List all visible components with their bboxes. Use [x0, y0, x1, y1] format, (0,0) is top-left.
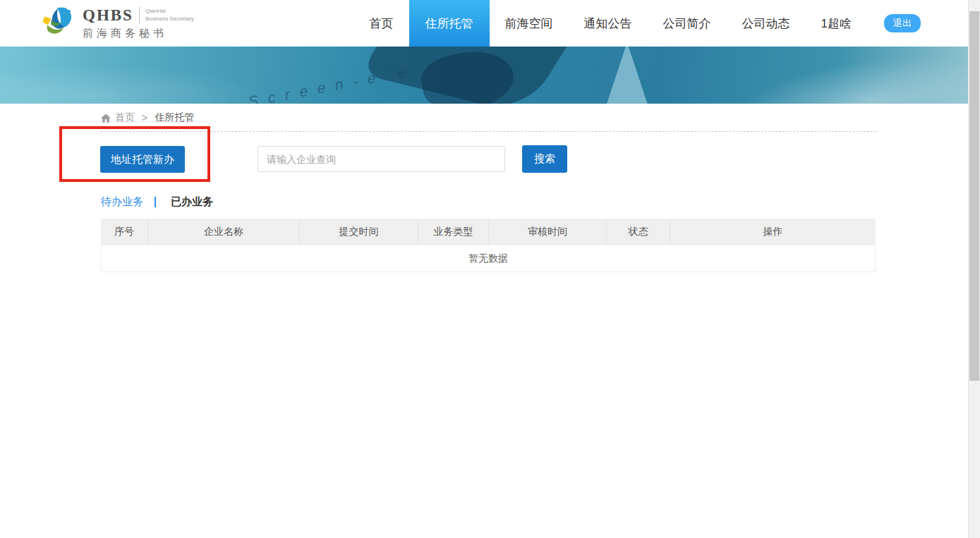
hero-banner: Screen-e'e	[0, 47, 968, 104]
logo-tagline: QianHai Business Secretary	[145, 8, 194, 23]
main-nav: 首页 住所托管 前海空间 通知公告 公司简介 公司动态 1超啥 退出	[354, 0, 960, 47]
new-address-trusteeship-button[interactable]: 地址托管新办	[100, 146, 185, 173]
top-navbar: QHBS QianHai Business Secretary 前海商务秘书 首…	[0, 0, 968, 47]
logout-button[interactable]: 退出	[884, 14, 921, 32]
breadcrumb: 首页 > 住所托管	[101, 111, 194, 124]
column-header-index: 序号	[101, 219, 148, 245]
breadcrumb-home-link[interactable]: 首页	[101, 111, 135, 124]
logo-divider	[139, 7, 140, 24]
banner-tablet-shape	[590, 47, 667, 104]
site-logo[interactable]: QHBS QianHai Business Secretary 前海商务秘书	[39, 6, 194, 40]
nav-item-company-profile[interactable]: 公司简介	[648, 0, 727, 47]
table-header-row: 序号 企业名称 提交时间 业务类型 审核时间 状态 操作	[101, 219, 876, 245]
column-header-company-name: 企业名称	[148, 219, 300, 245]
table-empty-row: 暂无数据	[101, 245, 876, 272]
logo-abbr: QHBS	[83, 6, 133, 25]
banner-right-hand-shape	[715, 47, 968, 104]
logo-chinese-name: 前海商务秘书	[83, 27, 194, 40]
column-header-actions: 操作	[670, 219, 876, 245]
logo-splash-icon	[39, 6, 75, 40]
business-table: 序号 企业名称 提交时间 业务类型 审核时间 状态 操作 暂无数据	[101, 219, 876, 272]
page: QHBS QianHai Business Secretary 前海商务秘书 首…	[0, 0, 980, 538]
column-header-submit-time: 提交时间	[300, 219, 418, 245]
logo-text-block: QHBS QianHai Business Secretary 前海商务秘书	[83, 6, 194, 40]
column-header-status: 状态	[607, 219, 670, 245]
nav-item-qianhai-space[interactable]: 前海空间	[490, 0, 569, 47]
username-link[interactable]: 1超啥	[806, 0, 867, 47]
breadcrumb-separator: >	[142, 112, 147, 123]
nav-item-notices[interactable]: 通知公告	[569, 0, 648, 47]
scrollbar-thumb[interactable]	[969, 11, 979, 381]
vertical-scrollbar[interactable]	[968, 0, 980, 538]
banner-glow-shape	[0, 65, 268, 104]
business-tabs: 待办业务 已办业务	[101, 195, 213, 209]
banner-watermark-text: Screen-e'e	[247, 61, 417, 104]
tab-separator	[155, 197, 156, 207]
tab-pending-business[interactable]: 待办业务	[101, 195, 143, 209]
nav-item-home[interactable]: 首页	[354, 0, 409, 47]
tab-completed-business[interactable]: 已办业务	[171, 195, 213, 209]
column-header-business-type: 业务类型	[418, 219, 489, 245]
home-icon	[101, 114, 111, 123]
company-search-input[interactable]	[258, 146, 505, 172]
search-button[interactable]: 搜索	[522, 145, 567, 173]
dashed-divider	[101, 131, 876, 132]
nav-item-residence-trusteeship[interactable]: 住所托管	[409, 0, 490, 47]
nav-item-company-news[interactable]: 公司动态	[727, 0, 806, 47]
breadcrumb-current: 住所托管	[155, 111, 194, 124]
column-header-review-time: 审核时间	[489, 219, 607, 245]
breadcrumb-home-label: 首页	[115, 111, 135, 124]
